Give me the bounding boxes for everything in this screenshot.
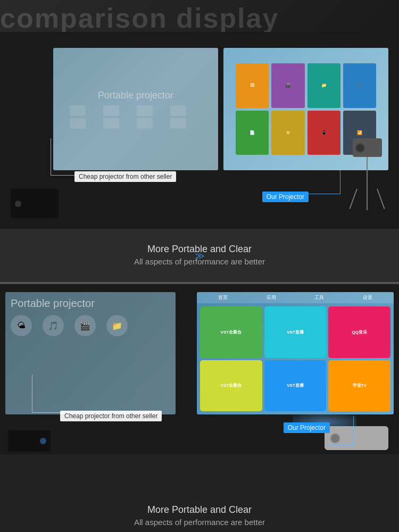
btile-vst-live2: VST直播: [264, 360, 327, 412]
cheap-label-line-top: [51, 138, 82, 176]
bottom-caption: More Portable and Clear All aspects of p…: [0, 504, 399, 527]
bottom-caption-line2: All aspects of performance are better: [0, 518, 399, 527]
tile-video: 🎬: [271, 63, 304, 108]
tile-files: 📁: [307, 63, 340, 108]
bottom-screen-left-title: Portable projector: [11, 297, 170, 310]
top-caption: More Portable and Clear All aspects of p…: [0, 244, 399, 266]
cheap-label-line-bottom: [32, 375, 64, 413]
header: Comparison display: [0, 0, 399, 32]
top-screen-icon: [103, 105, 119, 116]
tripod-leg-center: [367, 189, 368, 210]
tile-music: 🎵: [343, 63, 376, 108]
page-wrapper: Comparison display Portable projector: [0, 0, 399, 532]
btile-vst-all: VST全聚合: [200, 306, 262, 358]
tripod-pole: [367, 157, 368, 189]
bottom-tiles-grid: VST全聚合 VST直播 QQ音乐 VST全聚合 VST直播 学堂TV: [197, 303, 394, 414]
our-label-line-top: [309, 170, 340, 194]
bottom-screen-nav: 首页 应用 工具 设置: [197, 292, 394, 303]
tile-apps: 📱: [307, 111, 340, 155]
tile-photos: 🖼: [236, 63, 269, 108]
our-projector-label-top: Our Projector: [262, 192, 309, 202]
nav-item-tools: 工具: [314, 294, 324, 301]
our-projector-label-bottom: Our Projector: [284, 422, 330, 433]
cheap-projector-label-bottom: Cheap projector from other seller: [60, 411, 162, 421]
top-screen-icon: [137, 105, 153, 116]
top-screen-left-icons: [70, 105, 202, 129]
top-screen-left-title: Portable projector: [98, 90, 173, 101]
nav-item-settings: 设置: [363, 294, 372, 301]
bottom-icon-video: 🎬: [74, 315, 96, 336]
top-right-projector-tripod: [351, 138, 383, 218]
bottom-icon-music: 🎵: [43, 315, 64, 336]
top-screen-icon: [170, 105, 186, 116]
page-title: Comparison display: [0, 2, 279, 32]
bottom-screen-right: 首页 应用 工具 设置 VST全聚合 VST直播 QQ音乐 VST全聚合 VST…: [197, 292, 394, 414]
bottom-left-projector-device: [8, 430, 51, 452]
tile-docs: 📄: [236, 111, 269, 155]
top-projector-body: [353, 138, 382, 157]
nav-item-apps: 应用: [267, 294, 276, 301]
bottom-screen-left: Portable projector 🌤 🎵 🎬 📁: [5, 292, 176, 414]
bottom-icon-weather: 🌤: [11, 315, 32, 336]
comparison-bottom-section: Portable projector 🌤 🎵 🎬 📁 首页 应用 工具 设置: [0, 284, 399, 532]
nav-item-home: 首页: [218, 294, 228, 301]
top-screen-icon: [137, 118, 153, 129]
top-screen-icon: [70, 118, 86, 129]
comparison-top-section: Portable projector 🖼 🎬 📁: [0, 32, 399, 282]
top-left-projector-device: [11, 189, 59, 218]
top-screen-icon: [70, 105, 86, 116]
bottom-image-area: Portable projector 🌤 🎵 🎬 📁 首页 应用 工具 设置: [0, 284, 399, 454]
tripod-legs: [354, 189, 380, 210]
bottom-left-icons-row: 🌤 🎵 🎬 📁: [11, 315, 170, 336]
bottom-icon-more: 📁: [106, 315, 128, 336]
btile-vst-all2: VST全聚合: [200, 360, 262, 412]
btile-school-tv: 学堂TV: [328, 360, 390, 412]
btile-qq-music: QQ音乐: [328, 306, 390, 358]
tile-settings: ⚙: [271, 111, 304, 155]
chevron-down-icon: ≫: [195, 250, 205, 262]
top-image-area: Portable projector 🖼 🎬 📁: [0, 32, 399, 229]
top-screen-icon: [103, 118, 119, 129]
our-label-line-bottom: [327, 416, 354, 445]
btile-vst-live: VST直播: [264, 306, 327, 358]
bottom-caption-line1: More Portable and Clear: [0, 504, 399, 516]
cheap-projector-label-top: Cheap projector from other seller: [74, 171, 176, 182]
top-screen-icon: [170, 118, 186, 129]
